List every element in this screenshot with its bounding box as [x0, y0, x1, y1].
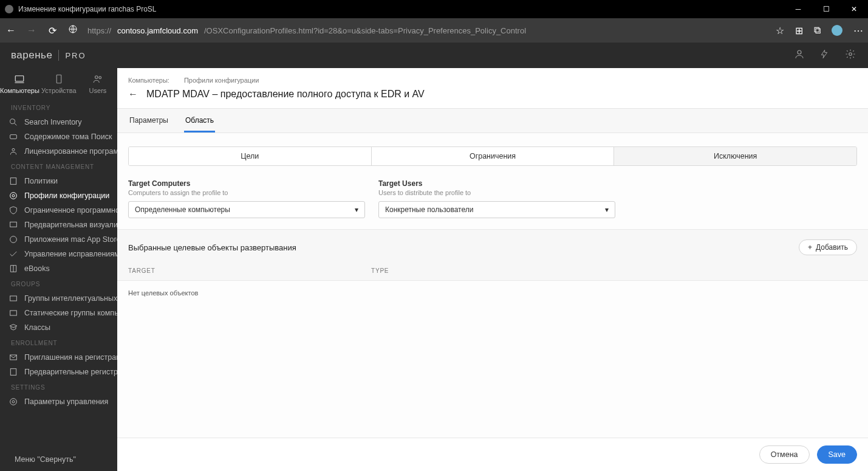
svg-rect-10 — [10, 178, 16, 185]
svg-point-9 — [12, 148, 15, 151]
add-button[interactable]: + Добавить — [799, 239, 857, 255]
favorites-icon[interactable]: ☆ — [776, 25, 784, 36]
sidebar-item-config-profiles[interactable]: Профили конфигурации — [0, 188, 117, 203]
sidebar-collapse-label: Меню "Свернуть" — [15, 455, 76, 464]
browser-back-button[interactable]: ← — [5, 25, 17, 36]
site-identity-icon[interactable] — [67, 24, 79, 36]
sidebar-item-label: Предварительные регистрации — [24, 368, 117, 376]
col-type: TYPE — [371, 267, 389, 274]
sidebar-item-pre-registrations[interactable]: Предварительные регистрации — [0, 365, 117, 379]
url-host: contoso.jamfcloud.com — [117, 26, 198, 35]
sidebar-item-policies[interactable]: Политики — [0, 174, 117, 188]
col-target: TARGET — [128, 267, 371, 274]
tab-users[interactable]: Users — [78, 68, 117, 100]
sidebar-item-label: Ограниченное программное обесп — [24, 206, 117, 215]
sidebar-item-preview[interactable]: Предварительная визуализация — [0, 218, 117, 232]
back-button[interactable]: ← — [128, 89, 138, 100]
settings-icon — [9, 397, 18, 407]
window-maximize-button[interactable]: ☐ — [812, 0, 840, 18]
subtab-options[interactable]: Параметры — [128, 109, 169, 132]
segment-exclusions[interactable]: Исключения — [614, 147, 856, 165]
breadcrumb-root[interactable]: Компьютеры: — [128, 77, 169, 84]
preview-icon — [9, 220, 18, 230]
browser-menu-icon[interactable]: ⋯ — [853, 25, 863, 36]
sidebar-item-smart-groups[interactable]: Группы интеллектуальных компьютер — [0, 291, 117, 306]
url-path: /OSXConfigurationProfiles.html?id=28&o=u… — [204, 26, 526, 35]
save-button[interactable]: Save — [817, 445, 858, 464]
lightning-icon[interactable] — [819, 49, 832, 62]
subtab-scope[interactable]: Область — [184, 109, 215, 132]
patch-icon — [9, 249, 18, 259]
svg-point-5 — [95, 76, 98, 79]
subtab-label: Область — [185, 116, 214, 125]
svg-point-1 — [798, 50, 801, 54]
sidebar-item-label: eBooks — [24, 264, 50, 273]
sidebar-item-classes[interactable]: Классы — [0, 320, 117, 335]
tab-computers[interactable]: Компьютеры — [0, 68, 39, 100]
collections-icon[interactable]: ⊞ — [795, 25, 803, 36]
subtabs: Параметры Область — [117, 109, 868, 133]
sidebar-head-groups: GROUPS — [0, 276, 117, 291]
appstore-icon — [9, 235, 18, 244]
profile-avatar-icon[interactable] — [832, 25, 842, 36]
person-icon — [9, 146, 18, 156]
svg-rect-8 — [10, 135, 17, 139]
book-icon — [9, 264, 18, 273]
sidebar-item-patch-management[interactable]: Управление исправлениями — [0, 247, 117, 261]
browser-refresh-button[interactable]: ⟳ — [46, 25, 58, 36]
brand-tier: PRO — [65, 51, 86, 60]
sidebar-collapse-button[interactable]: Меню "Свернуть" — [0, 448, 117, 471]
user-icon[interactable] — [794, 49, 806, 62]
svg-rect-15 — [10, 296, 17, 301]
sidebar: Компьютеры Устройства Users INVENTORY Se… — [0, 68, 117, 471]
svg-point-2 — [849, 53, 852, 56]
field-label: Target Computers — [128, 179, 365, 188]
chevron-down-icon: ▾ — [605, 205, 609, 214]
tab-users-label: Users — [89, 87, 107, 94]
tab-devices[interactable]: Устройства — [39, 68, 78, 100]
sidebar-item-label: Профили конфигурации — [24, 191, 109, 200]
segment-label: Цели — [241, 152, 259, 160]
sidebar-item-label: Лицензированное программное об — [24, 147, 117, 156]
svg-rect-18 — [10, 369, 16, 376]
breadcrumb-section[interactable]: Профили конфигурации — [184, 77, 259, 84]
segment-limitations[interactable]: Ограничения — [372, 147, 615, 165]
segment-targets[interactable]: Цели — [129, 147, 372, 165]
shield-icon — [9, 205, 18, 215]
sidebar-head-settings: SETTINGS — [0, 379, 117, 394]
add-button-label: Добавить — [816, 243, 848, 252]
field-help: Users to distribute the profile to — [378, 189, 615, 196]
button-label: Save — [829, 450, 846, 459]
sidebar-item-restricted-software[interactable]: Ограниченное программное обесп — [0, 203, 117, 218]
sidebar-item-management-settings[interactable]: Параметры управления — [0, 394, 117, 409]
sidebar-item-mac-app-store[interactable]: Приложения mac App Store — [0, 232, 117, 247]
svg-rect-17 — [10, 355, 17, 360]
sidebar-item-label: Статические группы компьютеров — [24, 309, 117, 317]
browser-forward-button[interactable]: → — [26, 25, 38, 36]
window-close-button[interactable]: ✕ — [840, 0, 868, 18]
sidebar-item-label: Search Inventory — [24, 118, 82, 126]
gear-icon[interactable] — [845, 49, 857, 62]
sidebar-item-ebooks[interactable]: eBooks — [0, 261, 117, 276]
target-computers-select[interactable]: Определенные компьютеры ▾ — [128, 201, 365, 218]
sidebar-item-search-inventory[interactable]: Search Inventory — [0, 115, 117, 129]
static-group-icon — [9, 308, 18, 318]
svg-point-14 — [10, 236, 17, 243]
sidebar-item-volume-search[interactable]: Содержимое тома Поиск — [0, 129, 117, 144]
tab-favicon — [5, 5, 13, 13]
url-bar[interactable]: https://contoso.jamfcloud.com/OSXConfigu… — [87, 26, 767, 35]
target-users-select[interactable]: Конкретные пользователи ▾ — [378, 201, 615, 218]
sidebar-item-label: Классы — [24, 323, 50, 332]
app-header: варенье PRO — [0, 43, 868, 68]
sidebar-item-label: Группы интеллектуальных компьютер — [24, 294, 117, 303]
window-minimize-button[interactable]: ─ — [784, 0, 812, 18]
sidebar-item-static-groups[interactable]: Статические группы компьютеров — [0, 306, 117, 320]
svg-rect-4 — [56, 75, 61, 83]
extension-icon[interactable]: ⧉ — [814, 25, 821, 36]
deployment-table-header: TARGET TYPE — [117, 261, 868, 281]
url-scheme: https:// — [87, 26, 111, 35]
sidebar-item-enrollment-invites[interactable]: Приглашения на регистрацию — [0, 350, 117, 365]
sidebar-item-licensed-software[interactable]: Лицензированное программное об — [0, 144, 117, 159]
cancel-button[interactable]: Отмена — [759, 445, 810, 464]
segment-label: Исключения — [714, 152, 757, 160]
